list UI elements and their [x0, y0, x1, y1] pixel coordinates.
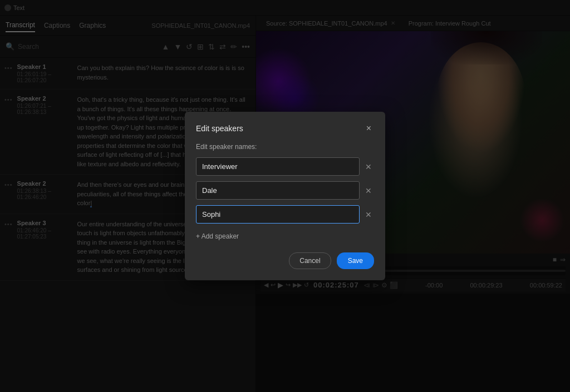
modal-title: Edit speakers	[196, 124, 243, 133]
modal-actions: Cancel Save	[196, 252, 374, 269]
edit-speakers-modal: Edit speakers × Edit speaker names: ✕ ✕ …	[185, 112, 385, 280]
save-button[interactable]: Save	[337, 252, 374, 269]
modal-header: Edit speakers ×	[196, 123, 374, 134]
add-speaker-button[interactable]: + Add speaker	[196, 229, 239, 244]
speaker-name-input-3[interactable]	[196, 205, 360, 224]
speaker-field-1: ✕	[196, 157, 374, 176]
speaker-field-3: ✕	[196, 205, 374, 224]
speaker-name-input-1[interactable]	[196, 157, 360, 176]
modal-subtitle: Edit speaker names:	[196, 143, 374, 151]
field-clear-1[interactable]: ✕	[363, 161, 374, 172]
field-clear-3[interactable]: ✕	[363, 209, 374, 220]
field-clear-2[interactable]: ✕	[363, 185, 374, 196]
modal-overlay[interactable]: Edit speakers × Edit speaker names: ✕ ✕ …	[0, 0, 570, 392]
modal-close-button[interactable]: ×	[363, 123, 374, 134]
speaker-field-2: ✕	[196, 181, 374, 200]
cancel-button[interactable]: Cancel	[289, 252, 331, 269]
speaker-name-input-2[interactable]	[196, 181, 360, 200]
